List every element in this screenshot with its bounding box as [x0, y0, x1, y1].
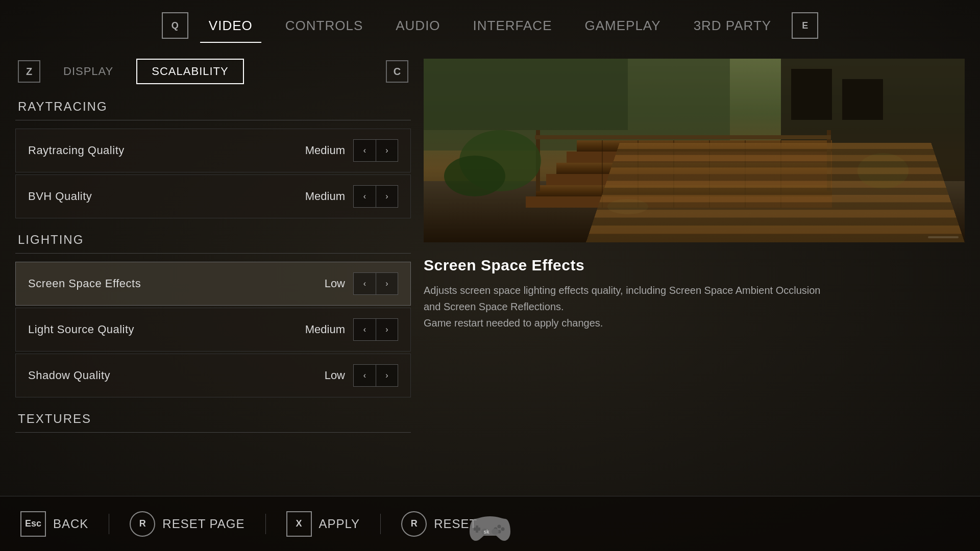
svg-rect-26 [424, 59, 965, 242]
nav-left-key[interactable]: Q [162, 12, 188, 39]
screen-space-effects-next[interactable]: › [376, 272, 398, 295]
tab-video[interactable]: Video [192, 13, 269, 39]
divider-1 [109, 514, 109, 534]
divider-2 [265, 514, 266, 534]
info-desc-line3: Game restart needed to apply changes. [424, 317, 603, 329]
bottom-bar: Esc Back R Reset Page X Apply R Reset [0, 496, 980, 551]
shadow-quality-next[interactable]: › [376, 364, 398, 387]
tab-controls[interactable]: Controls [269, 13, 379, 39]
sub-tab-left-key: Z [18, 60, 40, 83]
section-divider-raytracing [15, 120, 411, 120]
tab-interface[interactable]: Interface [457, 13, 569, 39]
preview-scrollbar [928, 236, 959, 238]
setting-row-light-source-quality[interactable]: Light Source Quality Medium ‹ › [15, 308, 411, 352]
setting-row-raytracing-quality[interactable]: Raytracing Quality Medium ‹ › [15, 129, 411, 172]
reset-page-label: Reset Page [162, 517, 244, 531]
info-description: Adjusts screen space lighting effects qu… [424, 282, 965, 331]
screen-space-effects-prev[interactable]: ‹ [353, 272, 376, 295]
setting-value-bvh-quality: Medium [284, 190, 345, 203]
center-logo: sk [470, 506, 510, 542]
raytracing-quality-next[interactable]: › [376, 139, 398, 162]
section-divider-lighting [15, 253, 411, 254]
nav-bar: Q Video Controls Audio Interface Gamepla… [0, 0, 980, 51]
setting-row-shadow-quality[interactable]: Shadow Quality Low ‹ › [15, 354, 411, 397]
back-label: Back [53, 517, 88, 531]
setting-value-raytracing-quality: Medium [284, 144, 345, 157]
action-back[interactable]: Esc Back [20, 511, 88, 537]
apply-key-badge: X [286, 511, 312, 537]
shadow-quality-prev[interactable]: ‹ [353, 364, 376, 387]
section-header-textures: Textures [15, 412, 411, 426]
light-source-quality-prev[interactable]: ‹ [353, 318, 376, 341]
spacer-1 [15, 220, 411, 233]
setting-value-screen-space-effects: Low [284, 277, 345, 290]
setting-value-light-source-quality: Medium [284, 323, 345, 336]
svg-point-29 [498, 524, 501, 528]
svg-point-30 [501, 527, 505, 531]
action-reset-page[interactable]: R Reset Page [130, 511, 244, 537]
preview-image [424, 59, 965, 242]
bvh-quality-next[interactable]: › [376, 185, 398, 208]
sub-tabs-row: Z Display Scalability C [15, 59, 411, 84]
nav-tabs: Video Controls Audio Interface Gameplay … [192, 13, 788, 39]
action-reset[interactable]: R Reset [401, 511, 477, 537]
preview-svg [424, 59, 965, 242]
info-title: Screen Space Effects [424, 257, 965, 274]
nav-right-key[interactable]: E [792, 12, 818, 39]
spacer-2 [15, 399, 411, 412]
divider-3 [380, 514, 381, 534]
setting-controls-raytracing-quality: Medium ‹ › [284, 139, 398, 162]
setting-value-shadow-quality: Low [284, 369, 345, 382]
tab-gameplay[interactable]: Gameplay [569, 13, 677, 39]
setting-name-screen-space-effects: Screen Space Effects [28, 277, 141, 290]
bvh-quality-prev[interactable]: ‹ [353, 185, 376, 208]
section-header-lighting: Lighting [15, 233, 411, 247]
setting-name-bvh-quality: BVH Quality [28, 190, 92, 203]
back-key-badge: Esc [20, 511, 46, 537]
setting-name-shadow-quality: Shadow Quality [28, 369, 110, 382]
sub-tab-right-key: C [386, 60, 408, 83]
setting-controls-light-source-quality: Medium ‹ › [284, 318, 398, 341]
setting-row-bvh-quality[interactable]: BVH Quality Medium ‹ › [15, 174, 411, 218]
right-panel: Screen Space Effects Adjusts screen spac… [424, 59, 965, 345]
info-section: Screen Space Effects Adjusts screen spac… [424, 242, 965, 345]
raytracing-quality-prev[interactable]: ‹ [353, 139, 376, 162]
setting-controls-screen-space-effects: Low ‹ › [284, 272, 398, 295]
section-divider-textures [15, 432, 411, 433]
light-source-quality-next[interactable]: › [376, 318, 398, 341]
reset-page-key-badge: R [130, 511, 155, 537]
gamepad-logo-icon: sk [470, 506, 510, 542]
svg-text:sk: sk [483, 529, 489, 535]
setting-row-screen-space-effects[interactable]: Screen Space Effects Low ‹ › [15, 262, 411, 306]
setting-controls-shadow-quality: Low ‹ › [284, 364, 398, 387]
sub-tab-display[interactable]: Display [48, 59, 129, 84]
sub-tab-scalability[interactable]: Scalability [136, 59, 243, 84]
reset-key-badge: R [401, 511, 427, 537]
section-header-raytracing: Raytracing [15, 99, 411, 114]
svg-point-34 [492, 529, 499, 535]
apply-label: Apply [319, 517, 360, 531]
action-apply[interactable]: X Apply [286, 511, 360, 537]
left-panel: Z Display Scalability C Raytracing Raytr… [15, 59, 411, 495]
setting-name-raytracing-quality: Raytracing Quality [28, 144, 125, 157]
svg-point-25 [607, 199, 648, 214]
tab-3rdparty[interactable]: 3rd Party [677, 13, 788, 39]
info-desc-line1: Adjusts screen space lighting effects qu… [424, 285, 820, 296]
svg-point-24 [857, 153, 909, 189]
tab-audio[interactable]: Audio [379, 13, 456, 39]
setting-controls-bvh-quality: Medium ‹ › [284, 185, 398, 208]
setting-name-light-source-quality: Light Source Quality [28, 323, 134, 336]
info-desc-line2: and Screen Space Reflections. [424, 301, 564, 312]
svg-rect-28 [474, 528, 480, 531]
sub-tabs-left: Z Display Scalability [18, 59, 244, 84]
